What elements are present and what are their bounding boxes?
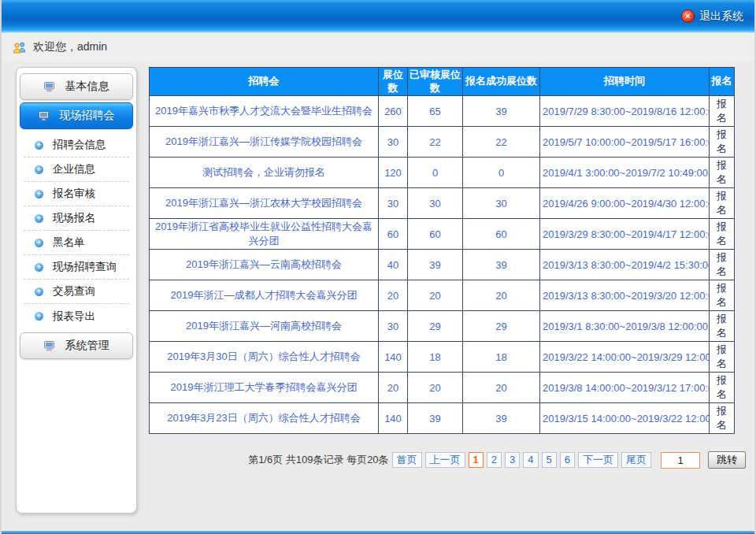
next-page-button[interactable]: 下一页	[578, 452, 618, 468]
booth-count: 140	[379, 342, 408, 373]
recruit-time: 2019/3/22 14:00:00~2019/3/29 12:00:00	[540, 342, 710, 373]
jump-page-input[interactable]	[661, 452, 700, 469]
sidebar-item-label: 报表导出	[53, 310, 95, 324]
recruit-time: 2019/7/29 8:30:00~2019/8/16 12:00:00	[540, 96, 710, 127]
success-count: 18	[463, 342, 540, 373]
table-row: 2019年浙江—成都人才招聘大会嘉兴分团 20 20 20 2019/3/13 …	[150, 280, 735, 311]
sidebar-item-label: 黑名单	[53, 235, 85, 250]
plus-icon: +	[35, 239, 43, 247]
fair-name-link[interactable]: 测试招聘会，企业请勿报名	[202, 166, 325, 178]
booth-count: 30	[379, 188, 408, 219]
apply-link[interactable]: 报名	[717, 374, 727, 400]
sidebar-item-basic-info[interactable]: 基本信息	[20, 73, 133, 100]
app-window: ✕ 退出系统 欢迎您，admin 基本信息	[0, 0, 756, 534]
jump-button[interactable]: 跳转	[708, 451, 746, 469]
sidebar-item-system-management[interactable]: 系统管理	[20, 332, 133, 359]
fair-name-link[interactable]: 2019年浙江嘉兴—浙江传媒学院校园招聘会	[165, 135, 362, 147]
sidebar-item-job-fair-info[interactable]: + 招聘会信息	[24, 133, 129, 158]
prev-page-button[interactable]: 上一页	[425, 452, 465, 468]
pagination-summary: 第1/6页 共109条记录 每页20条	[248, 453, 388, 467]
apply-link[interactable]: 报名	[717, 343, 727, 369]
recruit-time: 2019/4/26 9:00:00~2019/4/30 12:00:00	[540, 188, 710, 219]
approved-count: 29	[408, 311, 463, 342]
apply-link[interactable]: 报名	[717, 128, 727, 154]
apply-link[interactable]: 报名	[717, 282, 727, 308]
logout-button[interactable]: ✕ 退出系统	[681, 9, 743, 24]
approved-count: 18	[408, 342, 463, 373]
main-panel: 招聘会 展位数 已审核展位数 报名成功展位数 招聘时间 报名 2019年嘉兴市秋…	[137, 67, 754, 531]
sidebar-item-company-info[interactable]: + 企业信息	[24, 158, 129, 182]
apply-link[interactable]: 报名	[717, 251, 727, 277]
plus-icon: +	[35, 141, 43, 150]
approved-count: 30	[408, 188, 463, 219]
fair-name-link[interactable]: 2019年嘉兴市秋季人才交流大会暨毕业生招聘会	[155, 105, 372, 117]
plus-icon: +	[35, 312, 43, 321]
booth-count: 260	[379, 96, 408, 127]
sidebar: 基本信息 现场招聘会 + 招聘会信息 + 企业信息	[16, 67, 137, 514]
sidebar-submenu: + 招聘会信息 + 企业信息 + 报名审核 + 现场报名 + 黑名单	[19, 132, 134, 330]
job-fair-table: 招聘会 展位数 已审核展位数 报名成功展位数 招聘时间 报名 2019年嘉兴市秋…	[149, 67, 735, 434]
table-row: 2019年浙江嘉兴—浙江农林大学校园招聘会 30 30 30 2019/4/26…	[150, 188, 735, 219]
sidebar-item-transaction-query[interactable]: + 交易查询	[24, 280, 129, 304]
booth-count: 30	[379, 311, 408, 342]
booth-count: 20	[379, 373, 408, 403]
welcome-bar: 欢迎您，admin	[2, 33, 754, 61]
sidebar-item-signup-review[interactable]: + 报名审核	[24, 182, 129, 206]
sidebar-item-onsite-recruit-query[interactable]: + 现场招聘查询	[24, 255, 129, 280]
pagination-bar: 第1/6页 共109条记录 每页20条 首页 上一页 1 2 3 4 5 6 下…	[149, 451, 746, 469]
plus-icon: +	[35, 165, 43, 174]
logout-label: 退出系统	[699, 9, 743, 24]
fair-name-link[interactable]: 2019年3月30日（周六）综合性人才招聘会	[167, 350, 361, 362]
success-count: 30	[463, 188, 540, 219]
page-button-2[interactable]: 2	[487, 452, 502, 468]
sidebar-item-label: 交易查询	[53, 284, 95, 299]
recruit-time: 2019/3/15 14:00:00~2019/3/22 12:00:00	[540, 403, 710, 434]
page-button-1[interactable]: 1	[469, 452, 484, 468]
fair-name-link[interactable]: 2019年浙江嘉兴—浙江农林大学校园招聘会	[165, 197, 362, 209]
fair-name-link[interactable]: 2019年浙江嘉兴—河南高校招聘会	[186, 320, 342, 332]
table-row: 2019年浙江省高校毕业生就业公益性招聘大会嘉兴分团 60 60 60 2019…	[150, 219, 735, 250]
success-count: 20	[463, 373, 540, 403]
col-header-fair: 招聘会	[150, 68, 379, 96]
apply-link[interactable]: 报名	[717, 221, 727, 247]
success-count: 39	[463, 403, 540, 434]
table-row: 2019年3月30日（周六）综合性人才招聘会 140 18 18 2019/3/…	[150, 342, 735, 373]
recruit-time: 2019/3/1 8:30:00~2019/3/8 12:00:00	[540, 311, 710, 342]
last-page-button[interactable]: 尾页	[621, 452, 651, 468]
apply-link[interactable]: 报名	[717, 159, 727, 185]
sidebar-item-onsite-job-fair[interactable]: 现场招聘会	[20, 102, 133, 129]
recruit-time: 2019/4/1 3:00:00~2019/7/2 10:49:00	[540, 158, 710, 188]
fair-name-link[interactable]: 2019年浙江理工大学春季招聘会嘉兴分团	[171, 381, 358, 393]
sidebar-item-report-export[interactable]: + 报表导出	[24, 304, 129, 328]
recruit-time: 2019/3/29 8:30:00~2019/4/17 12:00:00	[540, 219, 710, 250]
col-header-time: 招聘时间	[540, 68, 710, 96]
sidebar-item-label: 基本信息	[65, 80, 109, 94]
apply-link[interactable]: 报名	[717, 98, 727, 124]
page-button-3[interactable]: 3	[505, 452, 520, 468]
content-area: 基本信息 现场招聘会 + 招聘会信息 + 企业信息	[2, 61, 754, 531]
table-row: 2019年浙江嘉兴—河南高校招聘会 30 29 29 2019/3/1 8:30…	[150, 311, 735, 342]
sidebar-item-onsite-signup[interactable]: + 现场报名	[24, 206, 129, 231]
success-count: 0	[463, 158, 540, 188]
page-button-6[interactable]: 6	[560, 452, 575, 468]
success-count: 29	[463, 311, 540, 342]
fair-name-link[interactable]: 2019年3月23日（周六）综合性人才招聘会	[167, 412, 361, 424]
page-button-4[interactable]: 4	[523, 452, 538, 468]
page-button-5[interactable]: 5	[542, 452, 557, 468]
approved-count: 39	[408, 250, 463, 280]
fair-name-link[interactable]: 2019年浙江省高校毕业生就业公益性招聘大会嘉兴分团	[155, 221, 372, 247]
approved-count: 60	[408, 219, 463, 250]
apply-link[interactable]: 报名	[717, 313, 727, 339]
fair-name-link[interactable]: 2019年浙江嘉兴—云南高校招聘会	[186, 258, 342, 270]
first-page-button[interactable]: 首页	[392, 452, 422, 468]
sidebar-item-label: 现场招聘会	[60, 109, 115, 123]
approved-count: 20	[408, 280, 463, 311]
booth-count: 20	[379, 280, 408, 311]
recruit-time: 2019/3/13 8:30:00~2019/3/20 12:00:00	[540, 280, 710, 311]
apply-link[interactable]: 报名	[717, 405, 727, 431]
fair-name-link[interactable]: 2019年浙江—成都人才招聘大会嘉兴分团	[171, 289, 358, 301]
close-icon: ✕	[681, 9, 695, 23]
approved-count: 65	[408, 96, 463, 127]
apply-link[interactable]: 报名	[717, 190, 727, 216]
sidebar-item-blacklist[interactable]: + 黑名单	[24, 231, 129, 255]
